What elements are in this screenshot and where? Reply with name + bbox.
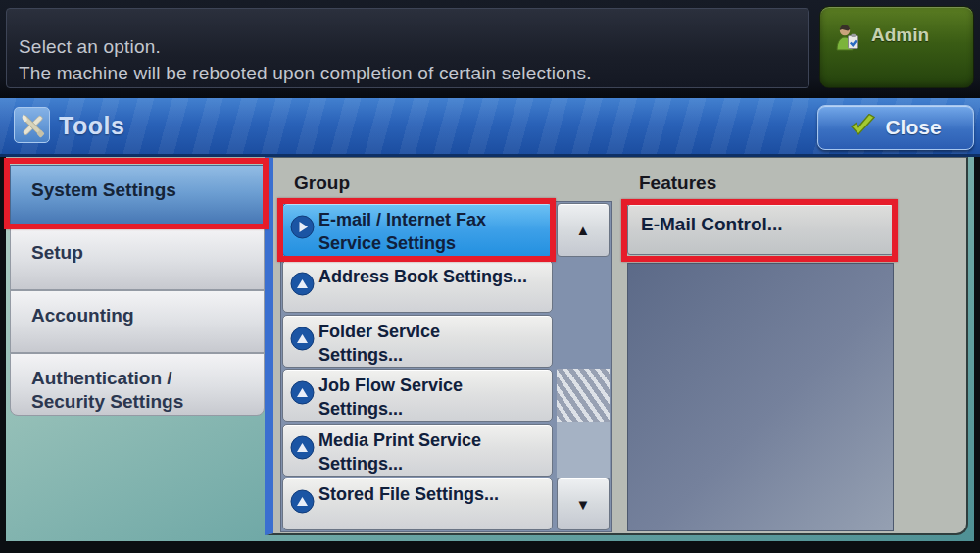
admin-user-label: Admin — [871, 23, 929, 46]
group-item-label: Media Print Service Settings... — [318, 428, 481, 476]
group-item-address-book-settings[interactable]: Address Book Settings... — [282, 260, 553, 313]
features-column-heading: Features — [639, 173, 716, 194]
status-message-box: Select an option. The machine will be re… — [6, 8, 809, 88]
crossed-tools-icon — [14, 107, 50, 143]
status-message-line2: The machine will be rebooted upon comple… — [19, 60, 808, 86]
tab-authentication-security-settings[interactable]: Authentication / Security Settings — [10, 353, 265, 416]
triangle-down-icon: ▼ — [576, 496, 591, 513]
group-item-media-print-service-settings[interactable]: Media Print Service Settings... — [282, 424, 553, 477]
group-item-label: Address Book Settings... — [318, 265, 527, 288]
admin-person-icon — [834, 23, 861, 58]
group-item-folder-service-settings[interactable]: Folder Service Settings... — [282, 315, 553, 368]
annotation-box-system-settings — [4, 158, 269, 229]
status-message-line1: Select an option. — [19, 33, 808, 60]
tab-label: Setup — [31, 241, 83, 265]
scroll-up-button[interactable]: ▲ — [557, 203, 610, 257]
group-item-label: Folder Service Settings... — [318, 320, 440, 367]
tab-setup[interactable]: Setup — [10, 227, 265, 290]
arrow-up-circle-icon — [290, 272, 315, 296]
group-column-heading: Group — [294, 173, 350, 194]
device-touchscreen: Select an option. The machine will be re… — [0, 0, 980, 553]
group-item-label: Stored File Settings... — [318, 482, 499, 506]
arrow-up-circle-icon — [290, 380, 315, 405]
tab-accounting[interactable]: Accounting — [10, 290, 265, 353]
annotation-box-email-control — [621, 199, 898, 262]
arrow-up-circle-icon — [290, 489, 315, 514]
close-button-label: Close — [885, 116, 941, 139]
admin-user-button[interactable]: Admin — [819, 6, 974, 88]
green-check-icon — [850, 114, 875, 141]
page-title: Tools — [59, 98, 124, 154]
group-item-stored-file-settings[interactable]: Stored File Settings... — [282, 478, 553, 530]
triangle-up-icon: ▲ — [576, 222, 591, 238]
annotation-box-email-internet-fax — [277, 198, 556, 262]
tab-label: Authentication / Security Settings — [31, 367, 183, 414]
close-button[interactable]: Close — [817, 105, 974, 150]
group-item-job-flow-service-settings[interactable]: Job Flow Service Settings... — [282, 369, 553, 422]
scrollbar-position-indicator[interactable] — [557, 369, 610, 422]
arrow-up-circle-icon — [290, 327, 315, 351]
arrow-up-circle-icon — [290, 435, 315, 460]
scrollbar-track[interactable] — [557, 422, 610, 478]
tools-header-bar: Tools Close — [0, 98, 980, 157]
tab-label: Accounting — [31, 304, 134, 327]
scroll-down-button[interactable]: ▼ — [557, 478, 610, 530]
features-empty-list-area — [627, 263, 894, 531]
group-item-label: Job Flow Service Settings... — [318, 374, 463, 421]
status-bar: Select an option. The machine will be re… — [0, 0, 980, 98]
